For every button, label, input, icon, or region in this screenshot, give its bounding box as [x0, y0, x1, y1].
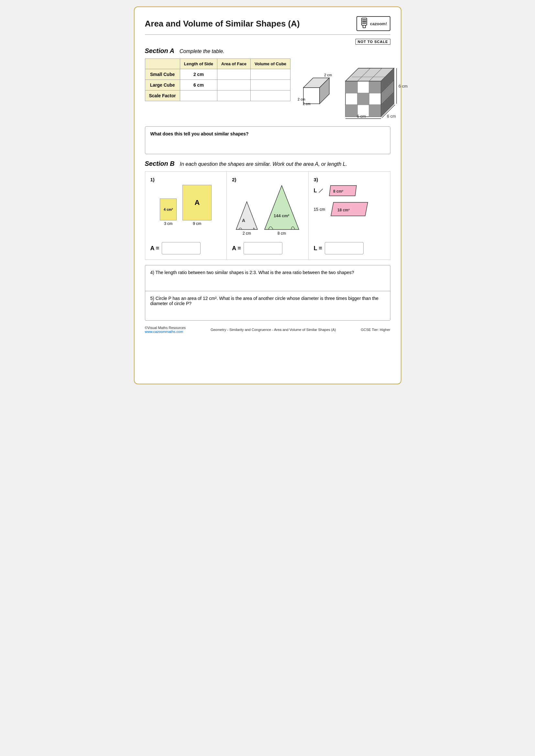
q3-top-label-group: L — [314, 188, 324, 194]
q3-l-label: L — [314, 188, 317, 194]
large-volume-cell — [251, 80, 291, 91]
q3-answer-row: L = — [314, 238, 364, 255]
logo: cazoom! — [356, 16, 390, 31]
small-cube-left-label: 2 cm — [297, 97, 305, 101]
similar-shapes-question-box: What does this tell you about similar sh… — [145, 126, 390, 154]
svg-marker-36 — [236, 202, 258, 230]
q4-box: 4) The length ratio between two similar … — [145, 265, 390, 291]
not-to-scale-badge: NOT TO SCALE — [355, 39, 390, 44]
svg-rect-16 — [346, 105, 357, 117]
svg-rect-15 — [357, 93, 369, 105]
q3-answer-input[interactable] — [325, 242, 364, 255]
cubes-area: 2 cm 2 cm 2 cm — [297, 59, 404, 121]
small-cube-top-label: 2 cm — [324, 73, 332, 77]
q1-answer-label: A = — [151, 245, 159, 252]
copyright: ©Visual Maths Resources — [145, 326, 186, 330]
section-a-instruction: Complete the table. — [180, 48, 224, 54]
large-cube: 6 cm 6 cm 6 cm — [342, 59, 404, 121]
row-label-scale: Scale Factor — [145, 91, 180, 101]
q2-small-shape: A 2 cm — [236, 201, 258, 236]
page-title: Area and Volume of Similar Shapes (A) — [145, 19, 300, 29]
q2-col: 2) A 2 cm — [227, 172, 309, 259]
q5-box: 5) Circle P has an area of 12 cm². What … — [145, 291, 390, 320]
svg-rect-4 — [363, 25, 366, 28]
table-row: Scale Factor — [145, 91, 291, 101]
q1-large-label: A — [194, 199, 200, 207]
small-volume-cell — [251, 69, 291, 80]
bottom-questions: 4) The length ratio between two similar … — [145, 265, 390, 321]
svg-text:144 cm²: 144 cm² — [274, 213, 290, 218]
small-area-cell — [217, 69, 251, 80]
scale-side-cell — [180, 91, 217, 101]
svg-rect-14 — [369, 81, 381, 93]
q1-col: 1) 4 cm² 3 cm A 9 cm A = — [145, 172, 227, 259]
q3-shapes: L 8 cm² 15 cm 18 cm² — [314, 185, 385, 217]
svg-rect-3 — [362, 23, 366, 24]
q3-col: 3) L 8 cm² 15 cm — [309, 172, 390, 259]
q1-large-rect: A — [183, 185, 211, 220]
footer-tier: GCSE Tier: Higher — [361, 328, 390, 332]
q2-small-dim: 2 cm — [242, 231, 251, 236]
q1-large-dim: 9 cm — [193, 221, 201, 226]
q2-large-triangle: 144 cm² — [264, 185, 299, 230]
section-b-label: Section B — [145, 160, 175, 167]
q2-large-dim: 8 cm — [277, 231, 286, 236]
q2-large-shape: 144 cm² 8 cm — [264, 185, 299, 236]
q1-answer-input[interactable] — [162, 242, 201, 255]
q3-number: 3) — [314, 177, 318, 182]
section-a-label: Section A — [145, 47, 175, 55]
small-cube-bottom-label: 2 cm — [303, 102, 311, 106]
section-b-instruction: In each question the shapes are similar.… — [180, 161, 347, 167]
q1-small-shape: 4 cm² 3 cm — [160, 199, 177, 226]
q3-top-parallelogram: 8 cm² — [327, 185, 359, 197]
header: Area and Volume of Similar Shapes (A) ca… — [145, 16, 390, 31]
q1-answer-row: A = — [151, 238, 201, 255]
q1-number: 1) — [151, 177, 155, 182]
col-header-0 — [145, 59, 180, 69]
q4-text: 4) The length ratio between two similar … — [151, 270, 354, 275]
q2-number: 2) — [232, 177, 236, 182]
row-label-small: Small Cube — [145, 69, 180, 80]
worksheet-page: Area and Volume of Similar Shapes (A) ca… — [134, 7, 401, 384]
col-header-2: Area of Face — [217, 59, 251, 69]
svg-text:A: A — [242, 218, 245, 223]
footer-left: ©Visual Maths Resources www.cazoommaths.… — [145, 326, 186, 334]
large-area-cell — [217, 80, 251, 91]
table-row: Large Cube 6 cm — [145, 80, 291, 91]
large-side: 6 cm — [180, 80, 217, 91]
svg-rect-17 — [369, 105, 381, 117]
q2-shapes: A 2 cm 144 cm² — [232, 185, 303, 236]
section-a-content: Length of Side Area of Face Volume of Cu… — [145, 59, 390, 121]
svg-line-40 — [319, 189, 323, 193]
q2-answer-row: A = — [232, 238, 282, 255]
q2-answer-input[interactable] — [243, 242, 282, 255]
scale-area-cell — [217, 91, 251, 101]
logo-text: cazoom! — [370, 21, 387, 26]
q3-top-row: L 8 cm² — [314, 185, 359, 197]
q5-text: 5) Circle P has an area of 12 cm². What … — [151, 296, 379, 306]
svg-rect-1 — [362, 19, 366, 20]
col-header-1: Length of Side — [180, 59, 217, 69]
small-cube: 2 cm 2 cm 2 cm — [297, 71, 332, 108]
q1-small-area: 4 cm² — [164, 207, 173, 211]
q3-arrow-icon — [318, 188, 324, 193]
row-label-large: Large Cube — [145, 80, 180, 91]
q1-small-dim: 3 cm — [164, 221, 172, 226]
section-b-header: Section B In each question the shapes ar… — [145, 160, 390, 167]
small-side: 2 cm — [180, 69, 217, 80]
svg-rect-13 — [346, 81, 357, 93]
svg-text:6 cm: 6 cm — [357, 114, 366, 119]
table-row: Small Cube 2 cm — [145, 69, 291, 80]
q3-answer-label: L = — [314, 245, 322, 252]
svg-marker-38 — [265, 185, 299, 230]
section-b-questions: 1) 4 cm² 3 cm A 9 cm A = — [145, 171, 390, 260]
q2-answer-label: A = — [232, 245, 241, 252]
svg-marker-5 — [303, 88, 320, 104]
q2-small-triangle: A — [236, 201, 258, 230]
cube-table: Length of Side Area of Face Volume of Cu… — [145, 59, 291, 101]
svg-rect-2 — [362, 21, 366, 22]
svg-text:6 cm: 6 cm — [387, 114, 396, 119]
footer-website[interactable]: www.cazoommaths.com — [145, 330, 183, 334]
q3-bottom-parallelogram: 18 cm² — [328, 202, 370, 217]
footer: ©Visual Maths Resources www.cazoommaths.… — [145, 326, 390, 334]
